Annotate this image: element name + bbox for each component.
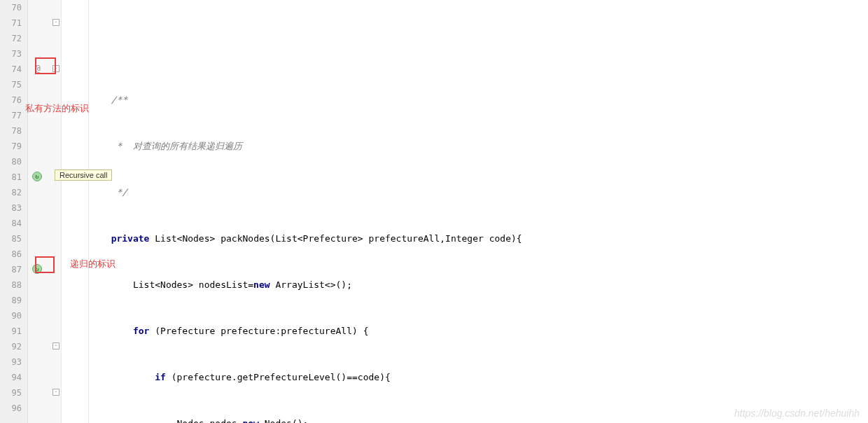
line-number: 89 [0,293,22,308]
recursive-call-icon[interactable]: ↻ [32,264,42,274]
line-number: 74 [0,62,22,77]
line-number: 70 [0,0,22,15]
line-number: 95 [0,385,22,401]
line-number: 87 [0,262,22,277]
comment: */ [67,185,868,200]
line-number: 85 [0,231,22,247]
line-number: 92 [0,339,22,354]
line-number: 83 [0,200,22,216]
indent-guide [88,0,89,423]
line-number: 75 [0,77,22,92]
fold-toggle-icon[interactable]: - [52,19,59,26]
line-number: 94 [0,370,22,385]
line-number: 71 [0,15,22,31]
line-number: 78 [0,123,22,139]
line-number: 88 [0,277,22,293]
code-area[interactable]: /** * 对查询的所有结果递归遍历 */ private List<Nodes… [62,0,868,423]
watermark: https://blog.csdn.net/hehuihh [734,408,860,419]
line-number: 91 [0,324,22,339]
code-line: if (prefecture.getPrefectureLevel()==cod… [67,370,868,385]
line-number: 72 [0,31,22,46]
fold-toggle-icon[interactable]: - [52,65,59,72]
code-line: for (Prefecture prefecture:prefectureAll… [67,324,868,339]
recursive-call-icon[interactable]: ↻ [32,172,42,181]
line-number: 81 [0,169,22,185]
comment: /** [67,92,868,108]
fold-toggle-icon[interactable]: - [52,342,59,349]
line-number: 76 [0,92,22,108]
code-editor: 70 71 72 73 74 75 76 77 78 79 80 81 82 8… [0,0,868,423]
line-number: 96 [0,401,22,416]
line-number: 90 [0,308,22,324]
code-line: List<Nodes> nodesList=new ArrayList<>(); [67,277,868,293]
line-number: 93 [0,354,22,370]
line-number: 82 [0,185,22,200]
fold-toggle-icon[interactable]: - [52,389,59,396]
line-number: 84 [0,216,22,231]
override-method-icon[interactable]: @ [32,64,43,75]
line-number: 77 [0,108,22,123]
line-number: 86 [0,247,22,262]
comment: * 对查询的所有结果递归遍历 [67,139,868,154]
recursive-tooltip: Recursive call [55,169,112,181]
line-number-gutter: 70 71 72 73 74 75 76 77 78 79 80 81 82 8… [0,0,28,423]
line-number: 79 [0,139,22,154]
code-line: private List<Nodes> packNodes(List<Prefe… [67,231,868,247]
line-number: 73 [0,46,22,62]
line-number: 80 [0,154,22,169]
gutter-icon-area: @ ↻ ↻ - - - - [28,0,62,423]
